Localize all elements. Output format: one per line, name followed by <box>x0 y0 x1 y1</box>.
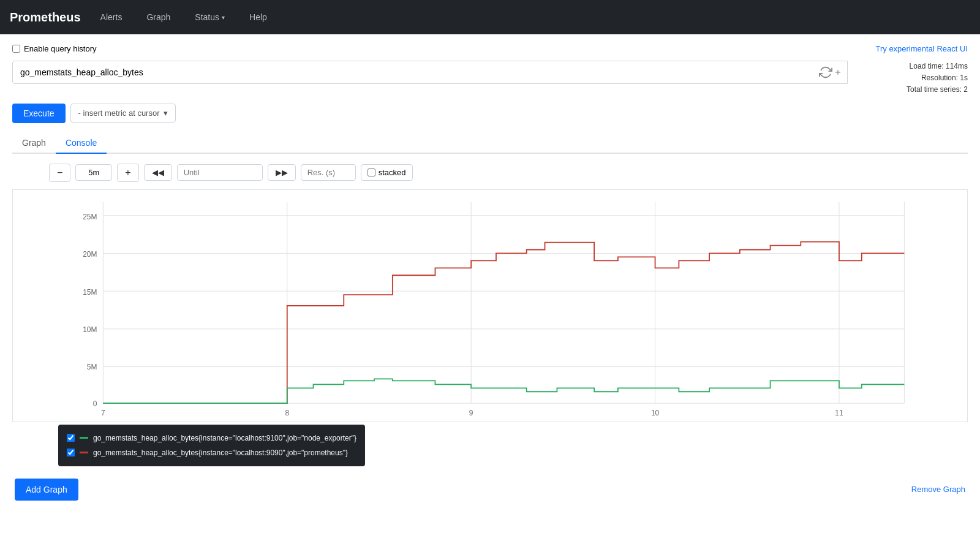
navbar-dropdown-status[interactable]: Status ▾ <box>190 9 230 26</box>
remove-graph-button[interactable]: Remove Graph <box>911 485 965 494</box>
time-back-button[interactable]: ◀◀ <box>144 164 172 181</box>
svg-text:7: 7 <box>101 409 105 417</box>
navbar-link-alerts[interactable]: Alerts <box>96 9 127 26</box>
stacked-label[interactable]: stacked <box>361 164 413 181</box>
svg-text:10M: 10M <box>83 325 97 333</box>
svg-text:5M: 5M <box>87 363 97 371</box>
range-minus-button[interactable]: − <box>49 164 70 182</box>
chart-svg: 0 5M 10M 15M 20M 25M 7 8 9 10 11 <box>12 189 968 422</box>
legend-color-1 <box>80 452 88 453</box>
total-series: Total time series: 2 <box>858 84 968 96</box>
legend: go_memstats_heap_alloc_bytes{instance="l… <box>58 425 365 466</box>
svg-text:10: 10 <box>651 409 660 417</box>
execute-button[interactable]: Execute <box>12 104 66 123</box>
res-input[interactable] <box>301 164 356 181</box>
top-bar: Enable query history Try experimental Re… <box>12 44 968 53</box>
graph-controls: − + ◀◀ ▶▶ stacked <box>49 164 968 182</box>
metric-selector[interactable]: - insert metric at cursor ▾ <box>70 104 176 123</box>
tab-graph[interactable]: Graph <box>12 133 56 154</box>
main-content: Enable query history Try experimental Re… <box>0 34 980 510</box>
svg-text:15M: 15M <box>83 288 97 297</box>
stacked-checkbox[interactable] <box>368 168 375 176</box>
action-bar: Execute - insert metric at cursor ▾ <box>12 104 968 123</box>
time-forward-button[interactable]: ▶▶ <box>268 164 296 181</box>
stats-panel: Load time: 114ms Resolution: 1s Total ti… <box>858 61 968 96</box>
chevron-down-icon: ▾ <box>164 108 168 118</box>
range-plus-button[interactable]: + <box>117 164 138 182</box>
query-input-wrapper <box>12 61 848 84</box>
enable-history-checkbox[interactable] <box>12 45 20 53</box>
until-input[interactable] <box>177 164 263 181</box>
svg-text:20M: 20M <box>83 250 97 259</box>
navbar: Prometheus Alerts Graph Status ▾ Help <box>0 0 980 34</box>
range-input[interactable] <box>75 164 112 181</box>
enable-history-label[interactable]: Enable query history <box>12 44 97 53</box>
navbar-link-help[interactable]: Help <box>244 9 272 26</box>
navbar-link-graph[interactable]: Graph <box>141 9 175 26</box>
legend-checkbox-1[interactable] <box>67 449 75 456</box>
tabs: Graph Console <box>12 133 968 154</box>
svg-rect-2 <box>70 190 911 422</box>
query-input[interactable] <box>18 61 819 83</box>
legend-checkbox-0[interactable] <box>67 434 75 442</box>
react-ui-link[interactable]: Try experimental React UI <box>875 44 968 53</box>
bottom-bar: Add Graph Remove Graph <box>12 479 968 501</box>
tab-console[interactable]: Console <box>56 133 107 154</box>
legend-item-0: go_memstats_heap_alloc_bytes{instance="l… <box>67 431 356 445</box>
legend-item-1: go_memstats_heap_alloc_bytes{instance="l… <box>67 445 356 460</box>
add-graph-button[interactable]: Add Graph <box>15 479 78 501</box>
svg-text:0: 0 <box>93 399 97 408</box>
load-time: Load time: 114ms <box>858 61 968 72</box>
svg-text:25M: 25M <box>83 212 97 221</box>
navbar-brand[interactable]: Prometheus <box>10 10 81 25</box>
svg-text:8: 8 <box>285 409 289 417</box>
legend-color-0 <box>80 437 88 439</box>
svg-text:9: 9 <box>469 409 473 417</box>
resolution: Resolution: 1s <box>858 72 968 84</box>
svg-text:11: 11 <box>835 409 843 417</box>
chevron-down-icon: ▾ <box>222 14 225 21</box>
refresh-icon[interactable] <box>819 66 842 79</box>
chart-wrapper: 0 5M 10M 15M 20M 25M 7 8 9 10 11 <box>12 189 968 422</box>
